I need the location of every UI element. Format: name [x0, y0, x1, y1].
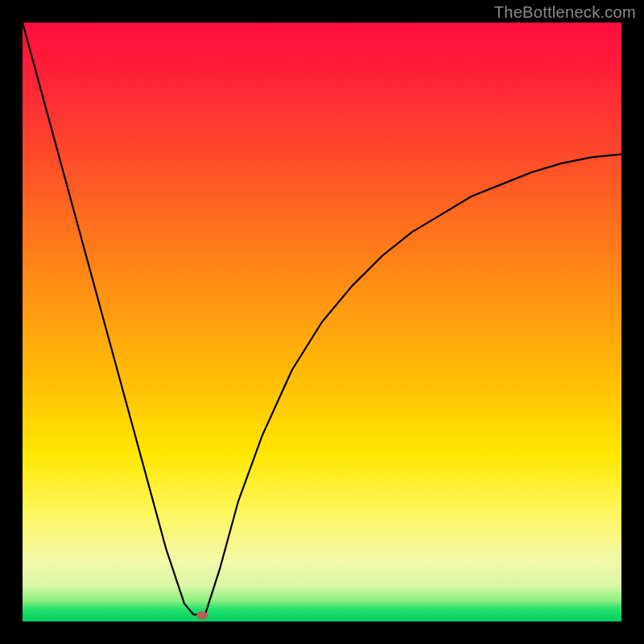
plot-area: [23, 23, 621, 621]
curve-line: [23, 23, 621, 616]
chart-frame: TheBottleneck.com: [0, 0, 644, 644]
watermark-text: TheBottleneck.com: [494, 3, 636, 22]
bottleneck-curve: [23, 23, 621, 621]
optimum-marker: [196, 612, 208, 620]
